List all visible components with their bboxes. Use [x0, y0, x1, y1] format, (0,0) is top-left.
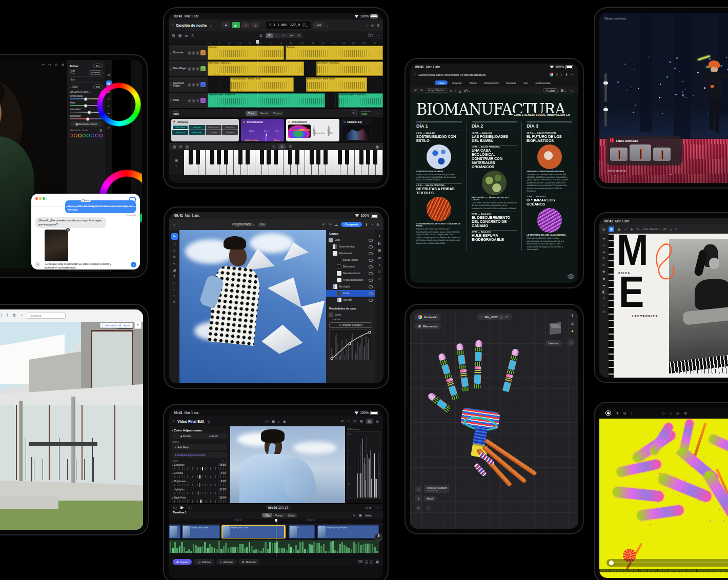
layer-row[interactable]: Yellow desaturation: [326, 277, 375, 283]
open-icon[interactable]: ⤒: [6, 314, 8, 318]
playhead[interactable]: [276, 519, 276, 557]
more-icon[interactable]: ⋯: [378, 284, 381, 288]
midi-region[interactable]: Drummer: [286, 46, 383, 60]
hide-icon[interactable]: ⊖: [376, 420, 379, 423]
alchemy-preset[interactable]: Soft Synth: [189, 125, 205, 130]
project-title[interactable]: Canción de noche: [176, 24, 207, 27]
select-tool-icon[interactable]: ➤: [630, 227, 633, 231]
curves-graph[interactable]: [329, 329, 372, 361]
delete-icon[interactable]: ⌫: [357, 560, 362, 564]
mute-button[interactable]: M: [188, 99, 191, 102]
piano-keyboard[interactable]: ▣⌄: [169, 150, 383, 175]
3d-model-view[interactable]: [0, 322, 143, 530]
edit-mode-segment[interactable]: ClipRangeEdge: [262, 513, 297, 517]
slider-handle[interactable]: [86, 117, 90, 121]
node-tool-icon[interactable]: ⌖: [603, 243, 605, 247]
strip-panel-icon[interactable]: ▥: [186, 145, 189, 149]
layers-icon[interactable]: ⧉: [623, 411, 626, 415]
export-icon[interactable]: ⊡: [378, 270, 381, 274]
panel-button[interactable]: Ayuda?: [120, 322, 141, 329]
inspector-tabs[interactable]: TrackSendsOutput: [246, 111, 284, 116]
upload-icon[interactable]: ⬆: [616, 411, 619, 415]
midi-region[interactable]: Drummer: [208, 46, 284, 60]
track-bass[interactable]: 2Bass PlayerMSR♩ Bass Player - Indie Dis…: [169, 61, 383, 77]
layer-row[interactable]: Edits: [326, 237, 375, 243]
disable-button[interactable]: ◉ Disable: [172, 433, 199, 439]
drag-to-image-button[interactable]: ⇱ Arrastrar a imagen: [329, 322, 372, 328]
photo-canvas[interactable]: [179, 230, 326, 383]
crop-tool-icon[interactable]: ◧: [602, 290, 606, 294]
track-drummer[interactable]: 1DrummerMSR♪ DrummerDrummer: [169, 45, 383, 61]
share-button[interactable]: Compartir: [341, 222, 361, 227]
frame-thumbnail[interactable]: [610, 148, 628, 161]
more-icon[interactable]: ⋯: [375, 506, 379, 509]
alchemy-preset[interactable]: Metallic Swell: [206, 125, 221, 130]
visibility-icon[interactable]: [369, 292, 373, 295]
transpose-display[interactable]: +04: [313, 22, 323, 28]
track-pads[interactable]: 4PadsMSR♬ Keyboard Player - Simple PadC …: [169, 93, 383, 109]
frame-thumbnail-current[interactable]: [630, 144, 651, 161]
settings-icon[interactable]: ⚙: [684, 411, 687, 415]
bar-ruler[interactable]: 1234567891011121314151617: [169, 39, 383, 45]
cycle-button[interactable]: ↻: [251, 22, 259, 28]
record-arm-button[interactable]: R: [196, 67, 199, 71]
brush-size-slider[interactable]: [604, 73, 607, 102]
timeline[interactable]: 00:00:1500:00:30 Skyline_Blue_Wide Skyli…: [169, 519, 383, 557]
cycle-view-icon[interactable]: ○: [367, 24, 369, 27]
letter-e[interactable]: E: [619, 275, 644, 309]
zoom-level[interactable]: 74 %: [365, 506, 371, 509]
history-clock-icon[interactable]: ◷: [568, 339, 574, 346]
record-button[interactable]: ●: [241, 22, 250, 28]
timeline-strip[interactable]: [599, 569, 728, 572]
multicam-button[interactable]: ⊟ Multicam: [238, 559, 259, 565]
share-icon[interactable]: ⤴: [631, 411, 633, 415]
facetime-icon[interactable]: [129, 197, 136, 202]
visibility-icon[interactable]: [369, 279, 373, 282]
project-title[interactable]: Video Final Edit: [177, 420, 204, 423]
shape-tool-icon[interactable]: ▰: [602, 283, 605, 287]
share-icon[interactable]: ⬆: [62, 63, 65, 67]
edit-button[interactable]: ✎ Editar: [543, 88, 558, 93]
copy-icon[interactable]: ⧉: [260, 34, 262, 37]
alchemy-preset[interactable]: Dark Arp: [206, 130, 221, 135]
visibility-icon[interactable]: [369, 299, 373, 302]
editor-view-icon[interactable]: ▭: [185, 34, 188, 37]
notifications-icon[interactable]: ◔: [20, 314, 23, 318]
cloud-icon[interactable]: ☁: [334, 223, 338, 226]
automation-mode[interactable]: AutomationRead: [361, 111, 371, 116]
snap-setting[interactable]: Snap1/4 ⌄: [368, 33, 373, 38]
contrast-icon[interactable]: ◑: [378, 263, 380, 266]
animate-button[interactable]: ◇ Animate: [216, 559, 236, 565]
grid-tool-icon[interactable]: #: [603, 297, 605, 300]
adjustment-slider[interactable]: ■ Black Point15.44: [172, 496, 227, 503]
keys-icon[interactable]: ▦: [375, 145, 379, 149]
bw-button[interactable]: B&N: [93, 85, 103, 89]
tool-segment[interactable]: ⇱○✂⋈✎: [266, 33, 303, 38]
undo-icon[interactable]: ↶: [414, 89, 417, 92]
persona-icon[interactable]: ▣: [609, 226, 614, 232]
record-arm-button[interactable]: R: [196, 99, 199, 102]
visibility-icon[interactable]: [369, 272, 373, 275]
plugin-chromaverb[interactable]: ⊙ChromaVerb Decay Time Wet: [286, 119, 339, 141]
back-icon[interactable]: ‹: [46, 197, 47, 202]
snap-icon[interactable]: ▲: [571, 329, 574, 333]
share-icon[interactable]: ⬆: [571, 314, 574, 317]
font-selector[interactable]: Antipol Medium: [426, 88, 448, 93]
brush-tool-icon[interactable]: ✎: [173, 262, 175, 266]
fill-tool-icon[interactable]: ◆: [602, 277, 605, 280]
move-tool-icon[interactable]: ➤: [171, 233, 178, 240]
select-button[interactable]: Select: [365, 514, 372, 517]
photo-attachment[interactable]: ✕: [45, 230, 68, 261]
slider-handle[interactable]: [84, 97, 87, 101]
decay-knob[interactable]: [313, 126, 315, 136]
brush-preset[interactable]: ‹ Por defecto ›: [642, 227, 660, 231]
stop-button[interactable]: ■: [222, 22, 230, 28]
record-arm-button[interactable]: R: [196, 51, 199, 55]
flip-icon[interactable]: ⇄: [663, 227, 666, 231]
adjust-icon[interactable]: ◧: [378, 241, 381, 245]
resize-handle-icon[interactable]: ⤢: [568, 274, 574, 279]
modeling-tab[interactable]: Modelado: [414, 314, 441, 321]
ribbon-tab[interactable]: Ver: [520, 80, 531, 85]
reset-button[interactable]: ⟲ Reset: [199, 433, 227, 439]
elements-tab[interactable]: ⬢Elementos: [414, 323, 441, 329]
